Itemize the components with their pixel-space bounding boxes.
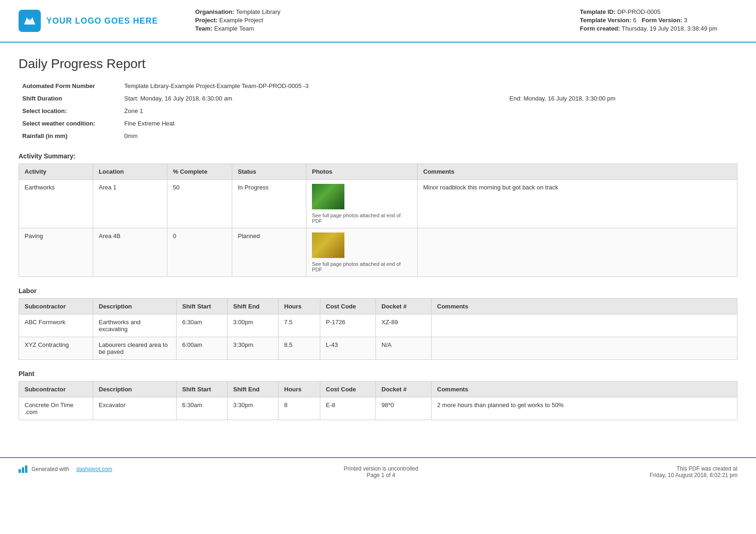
form-created-label: Form created:	[580, 25, 620, 32]
comments-cell: Minor roadblock this morning but got bac…	[418, 180, 737, 228]
labor-subcontractor-cell: ABC Formwork	[19, 314, 93, 337]
shift-end-text: Monday, 16 July 2018, 3:30:00 pm	[523, 95, 616, 102]
rainfall-label: Rainfall (in mm)	[19, 130, 121, 142]
plant-row: Concrete On Time .com Excavator 6:30am 3…	[19, 397, 737, 420]
location-col-header: Location	[93, 164, 167, 180]
labor-comments-cell	[432, 337, 737, 360]
labor-shift-start-cell: 6:00am	[177, 337, 228, 360]
footer-center: Printed version is uncontrolledPage 1 of…	[344, 465, 419, 478]
photos-cell: See full page photos attached at end of …	[306, 180, 418, 228]
footer-bar-chart-icon	[19, 465, 29, 473]
template-version-label: Template Version:	[580, 17, 631, 24]
dashpivot-link[interactable]: dashpivot.com	[76, 466, 112, 472]
versions-line: Template Version: 6 Form Version: 3	[580, 17, 737, 24]
labor-docket-header: Docket #	[376, 299, 432, 314]
header-logo: YOUR LOGO GOES HERE	[19, 10, 158, 32]
labor-docket-cell: N/A	[376, 337, 432, 360]
labor-header-row: Subcontractor Description Shift Start Sh…	[19, 299, 737, 314]
template-id-line: Template ID: DP-PROD-0005	[580, 8, 737, 15]
project-value: Example Project	[219, 17, 263, 24]
project-label: Project:	[195, 17, 217, 24]
template-version-value: 6	[633, 17, 636, 24]
labor-comments-header: Comments	[432, 299, 737, 314]
percent-cell: 0	[167, 228, 232, 277]
template-id-value: DP-PROD-0005	[617, 8, 661, 15]
bar3	[25, 465, 27, 473]
shift-start-label: Start:	[124, 95, 139, 102]
footer-right: This PDF was created atFriday, 10 August…	[650, 465, 737, 478]
percent-col-header: % Complete	[167, 164, 232, 180]
photos-cell: See full page photos attached at end of …	[306, 228, 418, 277]
plant-subcontractor-header: Subcontractor	[19, 382, 93, 397]
org-label: Organisation:	[195, 8, 235, 15]
logo-svg	[22, 13, 37, 28]
activity-col-header: Activity	[19, 164, 93, 180]
weather-row: Select weather condition: Fine Extreme H…	[19, 117, 737, 130]
team-label: Team:	[195, 25, 212, 32]
weather-label: Select weather condition:	[19, 117, 121, 130]
header-right: Template ID: DP-PROD-0005 Template Versi…	[580, 8, 737, 33]
plant-title: Plant	[19, 370, 737, 377]
plant-subcontractor-cell: Concrete On Time .com	[19, 397, 93, 420]
labor-subcontractor-cell: XYZ Contracting	[19, 337, 93, 360]
activity-summary-title: Activity Summary:	[19, 152, 737, 160]
plant-description-header: Description	[93, 382, 177, 397]
header: YOUR LOGO GOES HERE Organisation: Templa…	[0, 0, 756, 43]
plant-comments-cell: 2 more hours than planned to get works t…	[432, 397, 737, 420]
labor-docket-cell: XZ-89	[376, 314, 432, 337]
location-cell: Area 1	[93, 180, 167, 228]
labor-shift-start-header: Shift Start	[177, 299, 228, 314]
labor-comments-cell	[432, 314, 737, 337]
plant-header-row: Subcontractor Description Shift Start Sh…	[19, 382, 737, 397]
form-version-label: Form Version:	[642, 17, 682, 24]
form-created-value: Thursday, 19 July 2018, 3:38:49 pm	[622, 25, 717, 32]
footer-left: Generated with dashpivot.com	[19, 465, 112, 473]
labor-subcontractor-header: Subcontractor	[19, 299, 93, 314]
labor-hours-cell: 7.5	[279, 314, 320, 337]
shift-duration-label: Shift Duration	[19, 92, 121, 105]
auto-form-value: Template Library-Example Project-Example…	[121, 80, 737, 92]
status-col-header: Status	[232, 164, 306, 180]
labor-shift-end-cell: 3:00pm	[228, 314, 279, 337]
activity-row: Earthworks Area 1 50 In Progress See ful…	[19, 180, 737, 228]
status-cell: Planned	[232, 228, 306, 277]
location-value: Zone 1	[121, 105, 737, 117]
plant-hours-cell: 8	[279, 397, 320, 420]
rainfall-value: 0mm	[121, 130, 737, 142]
form-version-value: 3	[684, 17, 687, 24]
labor-shift-start-cell: 6:30am	[177, 314, 228, 337]
logo-icon	[19, 10, 41, 32]
comments-col-header: Comments	[418, 164, 737, 180]
plant-cost-code-cell: E-8	[320, 397, 376, 420]
plant-hours-header: Hours	[279, 382, 320, 397]
labor-cost-code-header: Cost Code	[320, 299, 376, 314]
activity-cell: Paving	[19, 228, 93, 277]
plant-shift-start-header: Shift Start	[177, 382, 228, 397]
comments-cell	[418, 228, 737, 277]
labor-description-header: Description	[93, 299, 177, 314]
labor-hours-cell: 8.5	[279, 337, 320, 360]
auto-form-label-text: Automated Form Number	[22, 82, 95, 89]
plant-shift-end-header: Shift End	[228, 382, 279, 397]
footer-center-text: Printed version is uncontrolledPage 1 of…	[344, 465, 419, 478]
template-id-label: Template ID:	[580, 8, 616, 15]
svg-point-0	[28, 19, 32, 23]
labor-shift-end-header: Shift End	[228, 299, 279, 314]
shift-duration-row: Shift Duration Start: Monday, 16 July 20…	[19, 92, 737, 105]
team-value: Example Team	[214, 25, 254, 32]
plant-cost-code-header: Cost Code	[320, 382, 376, 397]
location-label: Select location:	[19, 105, 121, 117]
photo-caption: See full page photos attached at end of …	[312, 261, 412, 272]
activity-header-row: Activity Location % Complete Status Phot…	[19, 164, 737, 180]
activity-table: Activity Location % Complete Status Phot…	[19, 163, 737, 277]
labor-row: XYZ Contracting Labourers cleared area t…	[19, 337, 737, 360]
shift-end-value: End: Monday, 16 July 2018, 3:30:00 pm	[506, 92, 737, 105]
shift-end-label: End:	[509, 95, 522, 102]
org-value: Template Library	[236, 8, 280, 15]
header-center: Organisation: Template Library Project: …	[158, 8, 580, 33]
plant-table: Subcontractor Description Shift Start Sh…	[19, 381, 737, 420]
bar2	[22, 467, 24, 473]
rainfall-row: Rainfall (in mm) 0mm	[19, 130, 737, 142]
location-cell: Area 4B	[93, 228, 167, 277]
labor-description-cell: Labourers cleared area to be paved	[93, 337, 177, 360]
